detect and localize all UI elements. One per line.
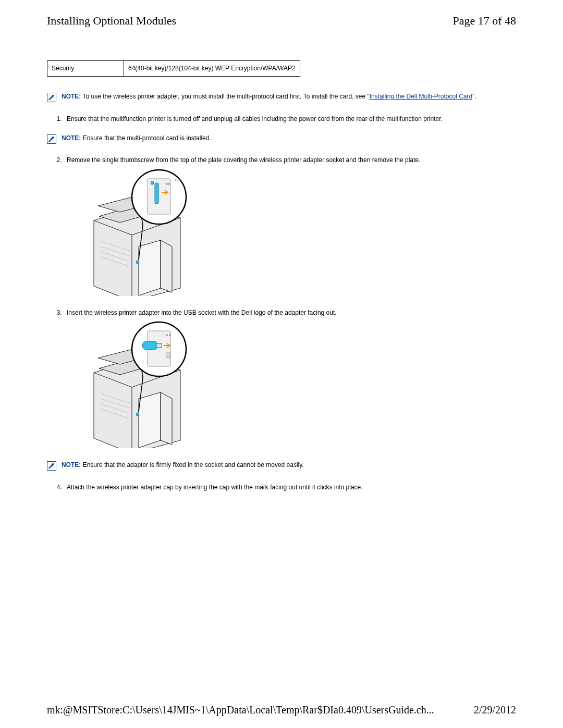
svg-point-17 <box>136 413 139 416</box>
svg-rect-16 <box>167 353 170 358</box>
step-text: Remove the single thumbscrew from the to… <box>67 156 420 164</box>
note-text: NOTE: Ensure that the adapter is firmly … <box>62 461 516 470</box>
footer-date: 2/29/2012 <box>474 702 516 718</box>
note-icon <box>47 461 56 473</box>
note-block: NOTE: To use the wireless printer adapte… <box>47 92 516 105</box>
figure-remove-plate: LAN <box>77 168 197 296</box>
svg-point-9 <box>136 261 139 264</box>
svg-text:LAN: LAN <box>175 179 181 181</box>
note-body: Ensure that the multi-protocol card is i… <box>81 134 211 142</box>
note-text: NOTE: Ensure that the multi-protocol car… <box>62 134 516 143</box>
svg-point-15 <box>169 334 171 336</box>
page-header: Installing Optional Modules Page 17 of 4… <box>47 13 516 29</box>
steps-list: Ensure that the multifunction printer is… <box>55 115 516 124</box>
list-item: Insert the wireless printer adapter into… <box>64 309 516 448</box>
note-body: Ensure that the adapter is firmly fixed … <box>81 461 303 468</box>
content-area: Security 64(40-bit key)/128(104-bit key)… <box>47 60 516 492</box>
note-label: NOTE: <box>62 93 81 100</box>
svg-point-6 <box>166 183 168 185</box>
steps-list: Attach the wireless printer adapter cap … <box>55 483 516 492</box>
svg-point-7 <box>168 183 170 185</box>
security-cell-value: 64(40-bit key)/128(104-bit key) WEP Encr… <box>124 60 300 76</box>
svg-point-14 <box>166 334 168 336</box>
footer-path: mk:@MSITStore:C:\Users\14JMIS~1\AppData\… <box>47 702 434 718</box>
header-title: Installing Optional Modules <box>47 13 176 29</box>
install-card-link[interactable]: Installing the Dell Multi-Protocol Card <box>370 93 472 100</box>
list-item: Ensure that the multifunction printer is… <box>64 115 516 124</box>
step-text: Insert the wireless printer adapter into… <box>67 309 337 316</box>
svg-rect-4 <box>155 183 158 204</box>
note-block: NOTE: Ensure that the multi-protocol car… <box>47 134 516 146</box>
table-row: Security 64(40-bit key)/128(104-bit key)… <box>47 60 300 76</box>
note-icon <box>47 92 56 105</box>
svg-rect-13 <box>156 343 162 348</box>
note-block: NOTE: Ensure that the adapter is firmly … <box>47 461 516 473</box>
steps-list: Remove the single thumbscrew from the to… <box>55 156 516 295</box>
list-item: Remove the single thumbscrew from the to… <box>64 156 516 295</box>
svg-point-5 <box>151 181 154 184</box>
note-body-post: ". <box>472 93 476 100</box>
page-footer: mk:@MSITStore:C:\Users\14JMIS~1\AppData\… <box>47 702 516 718</box>
list-item: Attach the wireless printer adapter cap … <box>64 483 516 492</box>
page-indicator: Page 17 of 48 <box>452 13 516 29</box>
security-cell-header: Security <box>47 60 124 76</box>
steps-list: Insert the wireless printer adapter into… <box>55 309 516 448</box>
note-label: NOTE: <box>62 134 81 142</box>
security-table: Security 64(40-bit key)/128(104-bit key)… <box>47 60 300 77</box>
figure-insert-adapter <box>77 320 197 448</box>
page: Installing Optional Modules Page 17 of 4… <box>0 0 563 728</box>
note-label: NOTE: <box>62 461 81 468</box>
note-body-pre: To use the wireless printer adapter, you… <box>81 93 369 100</box>
note-text: NOTE: To use the wireless printer adapte… <box>62 92 516 101</box>
note-icon <box>47 134 56 146</box>
svg-rect-12 <box>142 341 158 350</box>
